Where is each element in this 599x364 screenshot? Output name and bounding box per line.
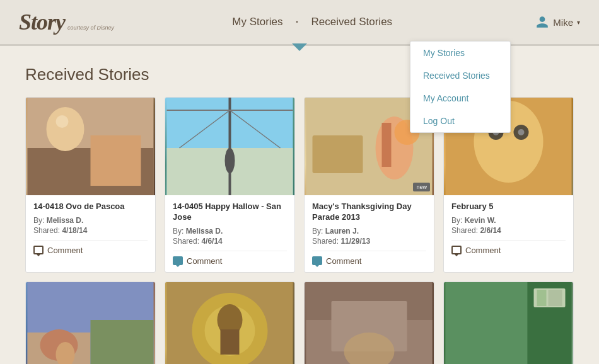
- story-info-2: 14-0405 Happy Hallow - San JoseBy: Melis…: [165, 195, 294, 272]
- story-card[interactable]: Comment: [165, 282, 295, 364]
- svg-point-22: [518, 129, 525, 135]
- story-image-2: [165, 98, 294, 195]
- story-card[interactable]: 14-0405 Happy Hallow - San JoseBy: Melis…: [165, 97, 295, 273]
- story-image-7: [305, 282, 434, 364]
- story-image-1: [26, 98, 155, 195]
- story-card[interactable]: Comment: [304, 282, 434, 364]
- story-title: Macy's Thanksgiving Day Parade 2013: [312, 202, 426, 223]
- comment-button[interactable]: Comment: [33, 240, 148, 255]
- story-image-8: [444, 282, 573, 364]
- svg-point-3: [56, 115, 69, 128]
- comment-icon: [312, 256, 322, 265]
- svg-rect-32: [221, 329, 240, 355]
- svg-rect-41: [537, 290, 547, 306]
- nav-links: My Stories · Received Stories: [89, 15, 535, 30]
- story-author: By: Melissa D.: [173, 227, 287, 236]
- user-dropdown-menu: My Stories Received Stories My Account L…: [410, 41, 511, 133]
- header: Story courtesy of Disney My Stories · Re…: [0, 0, 599, 44]
- nav-received-stories[interactable]: Received Stories: [311, 16, 393, 28]
- story-title: February 5: [451, 202, 566, 212]
- story-author: By: Kevin W.: [451, 216, 566, 225]
- comment-label: Comment: [47, 246, 83, 255]
- user-menu-button[interactable]: Mike ▾: [535, 15, 580, 29]
- dropdown-my-account[interactable]: My Account: [410, 87, 510, 110]
- story-shared-date: Shared: 11/29/13: [312, 237, 426, 246]
- comment-icon: [33, 246, 44, 254]
- comment-label: Comment: [326, 256, 361, 266]
- svg-rect-4: [91, 135, 141, 186]
- svg-point-11: [225, 148, 235, 173]
- story-grid: 14-0418 Ovo de PascoaBy: Melissa D.Share…: [25, 97, 574, 364]
- svg-rect-15: [382, 123, 392, 167]
- user-name: Mike: [553, 17, 573, 28]
- dropdown-log-out[interactable]: Log Out: [410, 110, 510, 132]
- story-shared-date: Shared: 4/6/14: [173, 237, 287, 246]
- story-shared-date: Shared: 2/6/14: [451, 226, 566, 235]
- svg-rect-42: [549, 290, 562, 306]
- comment-icon: [451, 246, 462, 254]
- nav-my-stories[interactable]: My Stories: [232, 16, 282, 28]
- comment-button[interactable]: Comment: [173, 251, 287, 266]
- header-notch: [292, 43, 307, 51]
- comment-label: Comment: [465, 246, 501, 255]
- logo-story-text: Story: [19, 9, 65, 35]
- user-icon: [535, 15, 549, 29]
- svg-rect-13: [313, 135, 363, 173]
- story-info-3: Macy's Thanksgiving Day Parade 2013By: L…: [305, 195, 434, 272]
- story-card[interactable]: 14-0418 Ovo de PascoaBy: Melissa D.Share…: [25, 97, 156, 273]
- story-image-6: [165, 282, 294, 364]
- story-info-1: 14-0418 Ovo de PascoaBy: Melissa D.Share…: [26, 195, 155, 261]
- dropdown-received-stories[interactable]: Received Stories: [410, 64, 510, 87]
- new-badge: new: [413, 183, 430, 191]
- dropdown-my-stories[interactable]: My Stories: [410, 42, 510, 64]
- story-card[interactable]: Comment: [25, 282, 156, 364]
- chevron-down-icon: ▾: [577, 19, 580, 26]
- nav-separator: ·: [296, 15, 299, 30]
- story-author: By: Melissa D.: [33, 216, 148, 225]
- story-title: 14-0405 Happy Hallow - San Jose: [173, 202, 287, 223]
- story-title: 14-0418 Ovo de Pascoa: [33, 202, 148, 212]
- story-author: By: Lauren J.: [312, 227, 426, 236]
- story-info-4: February 5By: Kevin W.Shared: 2/6/14Comm…: [444, 195, 573, 261]
- story-image-5: [26, 282, 155, 364]
- story-card[interactable]: Comment: [443, 282, 574, 364]
- comment-button[interactable]: Comment: [451, 240, 566, 255]
- comment-button[interactable]: Comment: [312, 251, 426, 266]
- story-shared-date: Shared: 4/18/14: [33, 226, 148, 235]
- comment-icon: [173, 256, 183, 265]
- comment-label: Comment: [187, 256, 222, 266]
- svg-rect-25: [91, 320, 154, 364]
- svg-rect-38: [446, 282, 528, 364]
- svg-point-2: [47, 107, 84, 151]
